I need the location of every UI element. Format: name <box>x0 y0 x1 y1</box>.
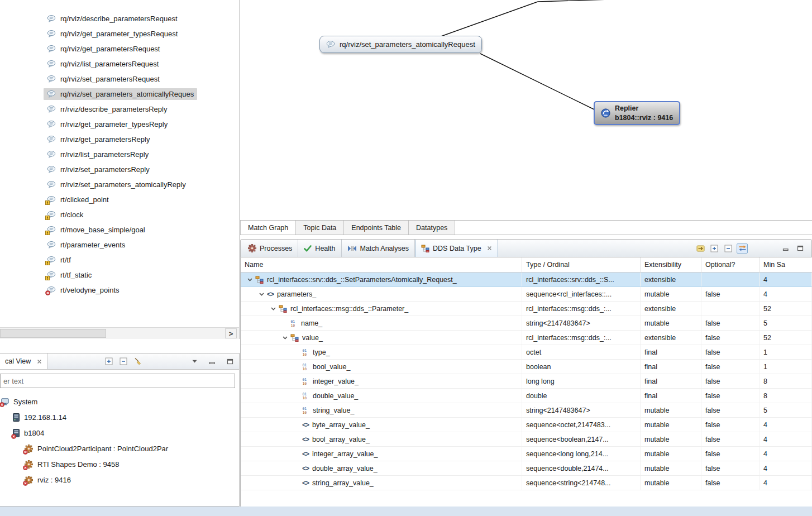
primitive-icon: 0110 <box>302 378 309 385</box>
topic-item[interactable]: rq/rviz/set_parametersRequest <box>0 71 239 87</box>
topic-item[interactable]: rq/rviz/describe_parametersRequest <box>0 11 239 26</box>
column-header[interactable]: Extensibility <box>641 257 701 272</box>
link-with-selection-icon[interactable] <box>737 243 748 254</box>
view-menu-icon[interactable] <box>189 356 200 366</box>
topic-icon <box>47 196 56 203</box>
table-row[interactable]: <>double_array_value_sequence<double,214… <box>241 461 812 476</box>
tab-logical-view[interactable]: cal View <box>0 353 47 369</box>
tree-item[interactable]: b1804 <box>0 425 239 441</box>
topic-item[interactable]: rr/rviz/set_parametersReply <box>0 162 239 177</box>
column-header[interactable]: Min Sa <box>760 257 812 272</box>
table-row[interactable]: 0110type_octetfinalfalse1 <box>241 345 812 360</box>
table-row[interactable]: rcl_interfaces::srv::dds_::SetParameters… <box>241 273 812 287</box>
minimize-icon[interactable] <box>780 243 791 254</box>
tab-topic-data[interactable]: Topic Data <box>296 221 344 235</box>
import-icon[interactable] <box>695 243 706 254</box>
name-cell: 0110type_ <box>241 345 522 359</box>
tab-endpoints-table[interactable]: Endpoints Table <box>344 221 409 235</box>
tab-dds-data-type[interactable]: DDS Data Type <box>415 240 498 257</box>
tab-match-analyses[interactable]: Match Analyses <box>342 240 415 257</box>
expand-chevron-icon[interactable] <box>257 293 266 296</box>
system-tree: System192.168.1.14b1804PointCloud2Partic… <box>0 394 239 506</box>
table-row[interactable]: <>bool_array_value_sequence<boolean,2147… <box>241 432 812 447</box>
table-row[interactable]: 0110integer_value_long longfinalfalse8 <box>241 374 812 389</box>
topic-item[interactable]: rq/rviz/list_parametersRequest <box>0 56 239 71</box>
scrollbar-thumb[interactable] <box>0 329 106 338</box>
topic-icon <box>47 181 56 188</box>
topic-item[interactable]: rr/rviz/get_parameter_typesReply <box>0 117 239 132</box>
sequence-icon: <> <box>302 421 309 429</box>
tab-datatypes[interactable]: Datatypes <box>409 221 455 235</box>
collapse-all-icon[interactable] <box>723 243 734 254</box>
error-badge-icon <box>11 434 16 439</box>
topic-list: rq/rviz/describe_parametersRequestrq/rvi… <box>0 11 239 298</box>
table-row[interactable]: <>string_array_value_sequence<string<214… <box>241 476 812 490</box>
scroll-right-button[interactable]: > <box>225 328 237 338</box>
table-row[interactable]: <>integer_array_value_sequence<long long… <box>241 447 812 461</box>
graph-node-topic[interactable]: rq/rviz/set_parameters_atomicallyRequest <box>319 36 482 53</box>
clear-icon[interactable] <box>132 356 144 366</box>
topic-label: rr/rviz/list_parametersReply <box>60 150 149 159</box>
table-row[interactable]: rcl_interfaces::msg::dds_::Parameter_rcl… <box>241 302 812 316</box>
extensibility-cell: final <box>641 374 701 388</box>
table-row[interactable]: 0110name_string<2147483647>mutablefalse5 <box>241 316 812 331</box>
tree-item[interactable]: System <box>0 394 239 409</box>
topic-item[interactable]: rr/rviz/describe_parametersReply <box>0 102 239 117</box>
expand-all-icon[interactable] <box>709 243 720 254</box>
topic-item[interactable]: rr/rviz/get_parametersReply <box>0 132 239 147</box>
topic-item[interactable]: rt/tf <box>0 252 239 267</box>
topic-item[interactable]: rt/clock <box>0 207 239 222</box>
tree-item[interactable]: 192.168.1.14 <box>0 409 239 425</box>
expand-chevron-icon[interactable] <box>280 336 289 340</box>
table-row[interactable]: <>byte_array_value_sequence<octet,214748… <box>241 418 812 432</box>
topic-item[interactable]: rq/rviz/get_parameter_typesRequest <box>0 26 239 41</box>
replier-title: Replier <box>615 104 673 113</box>
topic-item[interactable]: rt/move_base_simple/goal <box>0 222 239 237</box>
type-cell: rcl_interfaces::msg::dds_:... <box>522 302 641 316</box>
expand-chevron-icon[interactable] <box>269 307 278 310</box>
expand-all-icon[interactable] <box>103 356 114 366</box>
table-row[interactable]: value_rcl_interfaces::msg::dds_:...exten… <box>241 331 812 345</box>
tree-item[interactable]: RTI Shapes Demo : 9458 <box>0 456 239 472</box>
column-header[interactable]: Name <box>241 257 522 272</box>
expand-chevron-icon[interactable] <box>245 278 254 281</box>
tab-processes[interactable]: Processes <box>242 240 298 257</box>
topic-item[interactable]: rt/clicked_point <box>0 192 239 207</box>
warning-badge-icon <box>45 200 50 205</box>
topic-item[interactable]: rq/rviz/set_parameters_atomicallyReques <box>0 87 239 102</box>
tree-label: PointCloud2Participant : PointCloud2Par <box>37 445 168 453</box>
close-icon[interactable] <box>37 359 42 364</box>
match-graph-canvas[interactable]: rq/rviz/set_parameters_atomicallyRequest… <box>240 0 812 220</box>
min-size-cell: 1 <box>760 360 812 374</box>
tree-item[interactable]: PointCloud2Participant : PointCloud2Par <box>0 441 239 456</box>
horizontal-scrollbar[interactable]: > <box>0 327 239 339</box>
graph-node-replier[interactable]: Replier b1804::rviz : 9416 <box>594 101 680 125</box>
maximize-icon[interactable] <box>225 356 236 366</box>
topic-item[interactable]: rt/parameter_events <box>0 237 239 252</box>
close-icon[interactable] <box>487 246 492 251</box>
maximize-icon[interactable] <box>795 243 806 254</box>
minimize-icon[interactable] <box>207 356 218 366</box>
collapse-all-icon[interactable] <box>118 356 129 366</box>
extensibility-cell: extensible <box>641 273 701 286</box>
topic-item[interactable]: rr/rviz/list_parametersReply <box>0 147 239 162</box>
column-header[interactable]: Type / Ordinal <box>522 257 641 272</box>
topic-item[interactable]: rt/velodyne_points <box>0 283 239 298</box>
table-row[interactable]: 0110double_value_doublefinalfalse8 <box>241 389 812 403</box>
column-header[interactable]: Optional? <box>701 257 760 272</box>
tab-health[interactable]: Health <box>298 240 341 257</box>
member-name: value_ <box>302 334 323 342</box>
filter-input[interactable] <box>0 374 235 388</box>
table-row[interactable]: 0110string_value_string<2147483647>mutab… <box>241 403 812 418</box>
extensibility-cell: extensible <box>641 331 701 345</box>
tab-match-graph[interactable]: Match Graph <box>240 221 296 235</box>
topic-item[interactable]: rq/rviz/get_parametersRequest <box>0 41 239 56</box>
topic-item[interactable]: rt/tf_static <box>0 267 239 283</box>
table-row[interactable]: 0110bool_value_booleanfinalfalse1 <box>241 360 812 374</box>
tree-item[interactable]: rviz : 9416 <box>0 472 239 488</box>
topic-item[interactable]: rr/rviz/set_parameters_atomicallyReply <box>0 177 239 192</box>
topic-label: rt/move_base_simple/goal <box>60 226 145 234</box>
table-row[interactable]: <>parameters_sequence<rcl_interfaces::..… <box>241 287 812 302</box>
admin-console-window: rq/rviz/describe_parametersRequestrq/rvi… <box>0 0 812 516</box>
name-cell: <>integer_array_value_ <box>241 447 522 461</box>
